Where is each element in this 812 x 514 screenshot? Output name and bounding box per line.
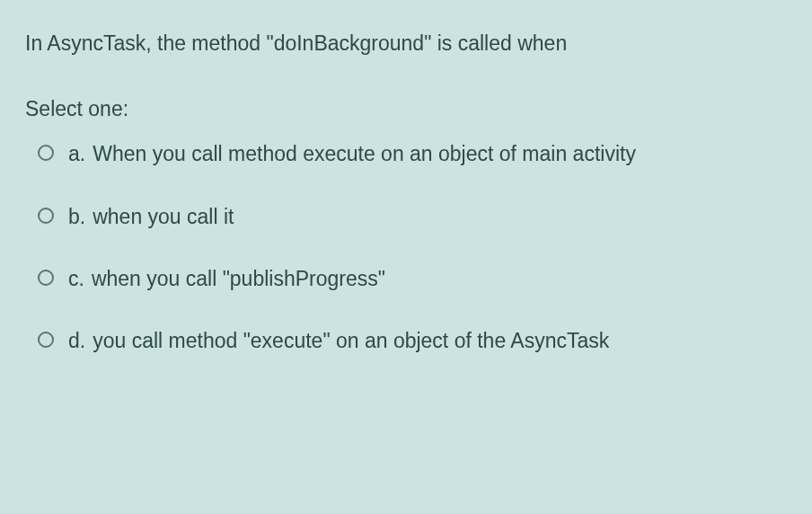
question-text: In AsyncTask, the method "doInBackground…: [25, 29, 787, 58]
option-letter: d.: [68, 326, 85, 356]
radio-icon: [38, 208, 54, 224]
option-d[interactable]: d. you call method "execute" on an objec…: [38, 326, 787, 356]
option-letter: c.: [68, 264, 84, 294]
option-a[interactable]: a. When you call method execute on an ob…: [38, 139, 787, 169]
option-text: When you call method execute on an objec…: [93, 139, 636, 169]
radio-icon: [38, 332, 54, 348]
option-c[interactable]: c. when you call "publishProgress": [38, 264, 787, 294]
radio-icon: [38, 270, 54, 286]
options-list: a. When you call method execute on an ob…: [25, 139, 787, 356]
option-letter: a.: [68, 139, 85, 169]
option-text: when you call "publishProgress": [92, 264, 385, 294]
option-text: you call method "execute" on an object o…: [93, 326, 609, 356]
option-content: a. When you call method execute on an ob…: [68, 139, 636, 169]
option-content: c. when you call "publishProgress": [68, 264, 385, 294]
option-content: d. you call method "execute" on an objec…: [68, 326, 609, 356]
option-letter: b.: [68, 202, 85, 232]
radio-icon: [38, 145, 54, 161]
option-content: b. when you call it: [68, 202, 234, 232]
select-one-label: Select one:: [25, 97, 787, 121]
option-text: when you call it: [93, 202, 234, 232]
option-b[interactable]: b. when you call it: [38, 202, 787, 232]
